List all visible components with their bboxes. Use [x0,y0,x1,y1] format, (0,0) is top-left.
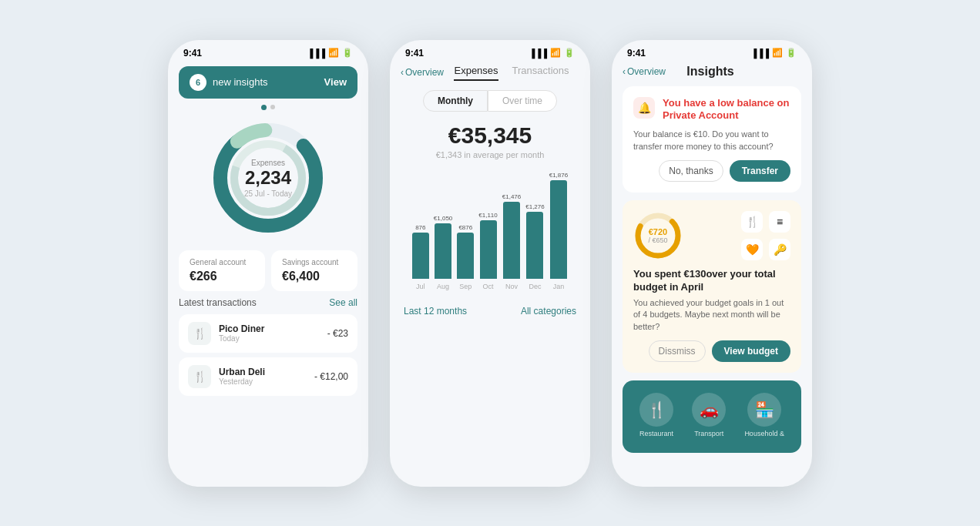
budget-donut-center: €720 / €650 [648,227,667,244]
table-row[interactable]: 🍴 Urban Deli Yesterday - €12,00 [179,357,357,396]
wifi-icon: 📶 [328,48,339,58]
transactions-section: Latest transactions See all 🍴 Pico Diner… [179,297,357,396]
filter-row: Monthly Over time [390,90,590,112]
bar-col-sep: €876 Sep [457,224,474,290]
bar-month-aug: Aug [437,283,449,290]
time-1: 9:41 [183,48,202,59]
total-amount: €35,345 [390,122,590,149]
transactions-header: Latest transactions See all [179,297,357,308]
bar-month-jul: Jul [416,283,425,290]
donut-value: 2,234 [244,168,292,186]
back-chevron-icon-3: ‹ [623,66,626,77]
tx-amount-1: - €23 [327,328,348,339]
bar-amount-oct: €1,110 [478,212,497,219]
tx-name-1: Pico Diner [219,323,327,334]
phone-2: 9:41 ▐▐▐ 📶 🔋 ‹ Overview Expenses Transac… [390,40,590,487]
insight-text: new insights [213,76,268,88]
budget-card: €720 / €650 🍴 ≡ 🧡 🔑 You spent €130over y… [623,200,801,373]
battery-icon: 🔋 [786,48,797,58]
cat-label-household: Household & [744,430,784,437]
bar-rect-jul [412,233,429,279]
general-account-value: €266 [190,270,254,283]
transactions-title: Latest transactions [179,297,257,308]
nav-row: ‹ Overview Expenses Transactions [390,62,590,82]
bar-month-oct: Oct [483,283,494,290]
insights-nav-row: ‹ Overview Insights [612,62,812,86]
status-icons-3: ▐▐▐ 📶 🔋 [751,48,797,58]
general-account-card[interactable]: General account €266 [179,250,265,291]
back-chevron-icon: ‹ [401,67,404,78]
budget-icon-2: ≡ [769,211,790,233]
cat-icon-restaurant: 🍴 [639,393,673,427]
bar-rect-jan [550,180,567,279]
bar-col-jul: 876 Jul [412,224,429,290]
bar-amount-sep: €876 [458,224,472,231]
table-row[interactable]: 🍴 Pico Diner Today - €23 [179,314,357,353]
tx-name-2: Urban Deli [219,367,314,377]
status-bar-1: 9:41 ▐▐▐ 📶 🔋 [168,40,368,62]
low-balance-header: 🔔 You have a low balance on Private Acco… [633,97,790,123]
time-2: 9:41 [405,48,424,59]
low-balance-card: 🔔 You have a low balance on Private Acco… [623,86,801,193]
insight-banner[interactable]: 6 new insights View [179,66,357,99]
budget-icon-3: 🧡 [741,239,763,260]
bar-rect-sep [457,233,474,279]
filter-monthly-btn[interactable]: Monthly [423,90,488,112]
bell-icon: 🔔 [633,97,655,119]
dots-row [168,105,368,110]
low-balance-desc: Your balance is €10. Do you want to tran… [633,129,790,152]
transfer-btn[interactable]: Transfer [730,160,790,182]
bar-month-sep: Sep [459,283,472,290]
budget-desc: You achieved your budget goals in 1 out … [633,297,790,333]
savings-account-card[interactable]: Savings account €6,400 [271,250,357,291]
tab-transactions[interactable]: Transactions [512,65,569,81]
bar-amount-jan: €1,876 [549,172,568,179]
budget-donut: €720 / €650 [633,211,683,260]
tx-info-2: Urban Deli Yesterday [219,367,314,386]
tx-date-1: Today [219,334,327,343]
insights-back-label: Overview [627,66,666,77]
savings-account-label: Savings account [282,258,347,266]
bar-rect-oct [480,220,497,279]
insight-view-btn[interactable]: View [324,76,347,88]
view-budget-btn[interactable]: View budget [712,340,790,362]
bar-col-jan: €1,876 Jan [549,172,568,290]
budget-actions: Dissmiss View budget [633,340,790,362]
budget-title: You spent €130over your total budget in … [633,268,790,294]
status-bar-3: 9:41 ▐▐▐ 📶 🔋 [612,40,812,62]
bar-chart: 876 Jul €1,050 Aug €876 Sep €1,110 [390,167,590,290]
cat-item-restaurant[interactable]: 🍴 Restaurant [639,393,673,437]
donut-label: Expenses [244,158,292,166]
savings-account-value: €6,400 [282,270,347,283]
cat-item-household[interactable]: 🏪 Household & [744,393,784,437]
status-bar-2: 9:41 ▐▐▐ 📶 🔋 [390,40,590,62]
bar-amount-jul: 876 [415,224,425,231]
avg-label: €1,343 in average per month [390,150,590,159]
donut-section: Expenses 2,234 25 Jul - Today [168,116,368,240]
general-account-label: General account [190,258,254,266]
dot-inactive[interactable] [270,105,275,109]
budget-top: €720 / €650 🍴 ≡ 🧡 🔑 [633,211,790,260]
dismiss-btn[interactable]: Dissmiss [649,340,706,362]
nav-back-btn[interactable]: ‹ Overview [401,67,444,78]
time-3: 9:41 [627,48,646,59]
tab-expenses[interactable]: Expenses [454,65,498,81]
bar-month-dec: Dec [529,283,541,290]
chart-footer: Last 12 months All categories [390,298,590,317]
cat-item-transport[interactable]: 🚗 Transport [692,393,726,437]
bar-rect-nov [503,202,520,279]
budget-icons-grid: 🍴 ≡ 🧡 🔑 [741,211,790,260]
dot-active[interactable] [261,105,267,110]
all-categories-btn[interactable]: All categories [521,306,576,317]
wifi-icon: 📶 [772,48,783,58]
insights-back-btn[interactable]: ‹ Overview [623,66,666,77]
signal-icon: ▐▐▐ [751,49,769,58]
last-12-months-btn[interactable]: Last 12 months [404,306,467,317]
filter-overtime-btn[interactable]: Over time [488,90,557,112]
tx-icon-1: 🍴 [188,322,211,345]
insight-count: 6 [190,74,206,91]
signal-icon: ▐▐▐ [307,49,325,58]
see-all-btn[interactable]: See all [329,297,357,308]
no-thanks-btn[interactable]: No, thanks [659,160,723,182]
status-icons-2: ▐▐▐ 📶 🔋 [529,48,575,58]
